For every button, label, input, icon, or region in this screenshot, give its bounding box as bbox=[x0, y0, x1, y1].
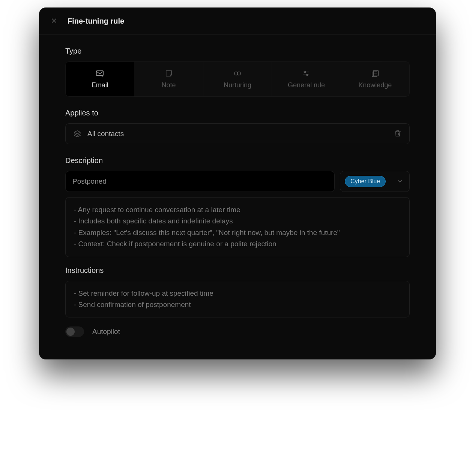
type-option-general-rule[interactable]: General rule bbox=[272, 61, 341, 97]
color-select[interactable]: Cyber Blue bbox=[340, 171, 410, 192]
fine-tuning-rule-modal: Fine-tuning rule Type Email Note Nurt bbox=[39, 7, 436, 359]
description-section-label: Description bbox=[65, 156, 410, 165]
autopilot-row: Autopilot bbox=[65, 326, 410, 337]
delete-applies-button[interactable] bbox=[394, 130, 402, 138]
type-option-label: Knowledge bbox=[358, 81, 392, 89]
type-option-knowledge[interactable]: Knowledge bbox=[341, 61, 410, 97]
type-options: Email Note Nurturing General rule bbox=[65, 61, 410, 97]
modal-header: Fine-tuning rule bbox=[39, 7, 436, 35]
layers-icon bbox=[73, 130, 81, 138]
modal-title: Fine-tuning rule bbox=[68, 17, 124, 25]
applies-to-field[interactable]: All contacts bbox=[65, 123, 410, 144]
svg-point-8 bbox=[305, 71, 306, 73]
close-button[interactable] bbox=[50, 16, 59, 25]
description-title-row: Postponed Cyber Blue bbox=[65, 171, 410, 192]
autopilot-toggle[interactable] bbox=[65, 326, 84, 337]
modal-body: Type Email Note Nurturing bbox=[39, 35, 436, 359]
mail-plus-icon bbox=[95, 69, 105, 78]
chevron-down-icon bbox=[397, 178, 403, 185]
type-option-label: Note bbox=[162, 81, 176, 89]
instructions-section-label: Instructions bbox=[65, 266, 410, 275]
autopilot-label: Autopilot bbox=[92, 328, 120, 336]
applies-to-section-label: Applies to bbox=[65, 109, 410, 117]
type-option-label: General rule bbox=[288, 81, 325, 89]
description-title-value: Postponed bbox=[72, 177, 107, 186]
applies-to-value: All contacts bbox=[87, 130, 388, 138]
type-option-nurturing[interactable]: Nurturing bbox=[203, 61, 272, 97]
type-option-label: Email bbox=[92, 81, 108, 89]
description-title-input[interactable]: Postponed bbox=[65, 171, 335, 192]
instructions-body-textarea[interactable]: - Set reminder for follow-up at specifie… bbox=[65, 281, 410, 318]
type-option-email[interactable]: Email bbox=[65, 61, 134, 97]
link-icon bbox=[233, 69, 242, 78]
trash-icon bbox=[394, 129, 402, 139]
sticky-note-icon bbox=[164, 69, 174, 78]
settings-sliders-icon bbox=[301, 69, 311, 78]
type-option-note[interactable]: Note bbox=[134, 61, 203, 97]
color-pill: Cyber Blue bbox=[345, 176, 386, 187]
toggle-knob bbox=[66, 328, 75, 336]
type-section-label: Type bbox=[65, 47, 410, 55]
documents-icon bbox=[370, 69, 380, 78]
type-option-label: Nurturing bbox=[224, 81, 251, 89]
svg-point-10 bbox=[307, 74, 308, 75]
close-icon bbox=[51, 17, 57, 25]
description-body-textarea[interactable]: - Any request to continue conversation a… bbox=[65, 197, 410, 257]
